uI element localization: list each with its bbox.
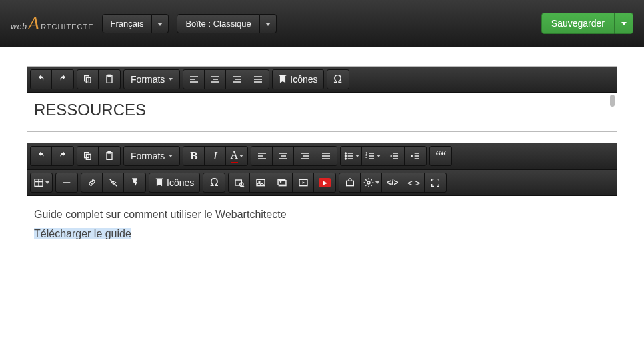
caret-down-icon [169,78,173,81]
toolbox-button[interactable] [339,173,361,192]
unlink-button[interactable] [103,173,124,192]
save-button[interactable]: Sauvegarder [541,13,615,34]
svg-point-33 [345,155,346,157]
special-char-button[interactable]: Ω [327,70,349,89]
paste-button[interactable] [99,70,120,89]
undo-button[interactable] [31,70,52,89]
body-editor: Formats B I A 12 ““ [27,143,617,362]
caret-down-icon [239,155,243,157]
text-color-button[interactable]: A [226,147,247,165]
align-right-button[interactable] [294,147,315,165]
align-center-button[interactable] [205,70,226,89]
paste-button[interactable] [99,147,120,165]
table-button[interactable] [31,173,52,192]
video-button[interactable] [293,173,314,192]
gallery-button[interactable] [271,173,293,192]
bold-button[interactable]: B [183,147,205,165]
svg-marker-46 [390,155,392,157]
youtube-icon: ▶ [319,178,331,187]
settings-button[interactable] [361,173,382,192]
language-caret-button[interactable] [152,14,169,33]
box-selector: Boîte : Classique [177,14,276,33]
caret-down-icon [377,155,381,157]
content-line-selected: Télécharger le guide [34,225,610,244]
anchor-button[interactable] [124,173,145,192]
icons-dropdown[interactable]: Icônes [273,70,323,89]
language-button[interactable]: Français [102,14,153,33]
redo-button[interactable] [52,70,73,89]
save-group: Sauvegarder [541,13,633,34]
svg-rect-3 [108,75,111,77]
svg-point-32 [345,153,346,154]
find-replace-button[interactable] [229,173,250,192]
source-code-button[interactable]: </> [382,173,403,192]
svg-text:2: 2 [365,155,367,159]
outdent-button[interactable] [383,147,405,165]
title-text: RESSOURCES [34,101,610,119]
special-char-button[interactable]: Ω [203,173,225,192]
caret-down-icon [265,23,271,26]
top-bar: webARTCHITECTE Français Boîte : Classiqu… [0,0,644,47]
svg-rect-66 [346,181,353,185]
hr-button[interactable] [56,173,77,192]
svg-point-67 [367,181,370,184]
image-button[interactable] [250,173,271,192]
save-caret-button[interactable] [615,13,633,34]
numbered-list-button[interactable]: 12 [362,147,383,165]
scrollbar-thumb[interactable] [610,95,615,107]
caret-down-icon [157,23,163,26]
body-content-area[interactable]: Guide complet sur comment utiliser le We… [27,196,617,362]
formats-dropdown[interactable]: Formats [124,147,179,165]
divider [27,59,617,59]
title-toolbar: Formats Icônes Ω [27,67,617,93]
body-toolbar-row2: Icônes Ω ▶ </> < > [27,169,617,196]
svg-marker-50 [411,155,413,157]
bullet-list-button[interactable] [341,147,362,165]
svg-rect-16 [86,154,91,159]
align-justify-button[interactable] [315,147,337,165]
caret-down-icon [621,22,627,25]
youtube-button[interactable]: ▶ [314,173,335,192]
title-content-area[interactable]: RESSOURCES [27,93,617,131]
icons-dropdown[interactable]: Icônes [149,173,199,192]
svg-line-58 [243,186,244,187]
align-center-button[interactable] [273,147,294,165]
indent-button[interactable] [405,147,426,165]
svg-point-63 [280,181,281,182]
redo-button[interactable] [52,147,73,165]
caret-down-icon [45,181,49,184]
body-toolbar-row1: Formats B I A 12 ““ [27,143,617,169]
align-right-button[interactable] [226,70,247,89]
svg-rect-19 [108,151,111,153]
copy-button[interactable] [77,147,99,165]
caret-down-icon [375,181,379,184]
link-button[interactable] [81,173,103,192]
box-caret-button[interactable] [260,14,277,33]
caret-down-icon [169,155,173,157]
svg-marker-65 [302,181,304,184]
svg-rect-0 [86,77,91,83]
box-button[interactable]: Boîte : Classique [177,14,259,33]
fullscreen-button[interactable] [425,173,446,192]
undo-button[interactable] [31,147,52,165]
content-line: Guide complet sur comment utiliser le We… [34,205,610,225]
align-justify-button[interactable] [247,70,269,89]
copy-button[interactable] [77,70,99,89]
align-left-button[interactable] [183,70,205,89]
svg-point-34 [345,158,346,159]
caret-down-icon [355,155,359,157]
italic-button[interactable]: I [205,147,226,165]
title-editor: Formats Icônes Ω RESSOURCES [27,66,617,132]
language-selector: Français [102,14,169,33]
align-left-button[interactable] [251,147,273,165]
code-button[interactable]: < > [403,173,425,192]
formats-dropdown[interactable]: Formats [124,70,179,89]
blockquote-button[interactable]: ““ [430,147,451,165]
logo: webARTCHITECTE [11,13,94,34]
